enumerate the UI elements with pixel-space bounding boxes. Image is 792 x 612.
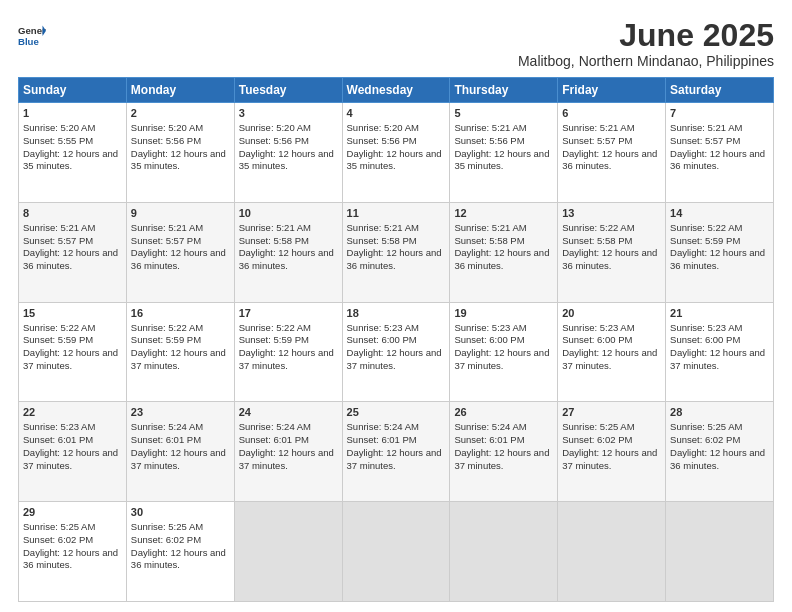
table-cell: 13Sunrise: 5:22 AMSunset: 5:58 PMDayligh…: [558, 202, 666, 302]
table-cell: 14Sunrise: 5:22 AMSunset: 5:59 PMDayligh…: [666, 202, 774, 302]
table-cell: [342, 502, 450, 602]
table-cell: 12Sunrise: 5:21 AMSunset: 5:58 PMDayligh…: [450, 202, 558, 302]
table-cell: 9Sunrise: 5:21 AMSunset: 5:57 PMDaylight…: [126, 202, 234, 302]
col-sunday: Sunday: [19, 78, 127, 103]
table-cell: 7Sunrise: 5:21 AMSunset: 5:57 PMDaylight…: [666, 103, 774, 203]
table-cell: 25Sunrise: 5:24 AMSunset: 6:01 PMDayligh…: [342, 402, 450, 502]
table-cell: 10Sunrise: 5:21 AMSunset: 5:58 PMDayligh…: [234, 202, 342, 302]
table-cell: 19Sunrise: 5:23 AMSunset: 6:00 PMDayligh…: [450, 302, 558, 402]
table-cell: 5Sunrise: 5:21 AMSunset: 5:56 PMDaylight…: [450, 103, 558, 203]
table-cell: 1Sunrise: 5:20 AMSunset: 5:55 PMDaylight…: [19, 103, 127, 203]
svg-text:General: General: [18, 25, 46, 36]
subtitle: Malitbog, Northern Mindanao, Philippines: [46, 53, 774, 69]
col-wednesday: Wednesday: [342, 78, 450, 103]
table-cell: 8Sunrise: 5:21 AMSunset: 5:57 PMDaylight…: [19, 202, 127, 302]
col-monday: Monday: [126, 78, 234, 103]
table-cell: 21Sunrise: 5:23 AMSunset: 6:00 PMDayligh…: [666, 302, 774, 402]
col-saturday: Saturday: [666, 78, 774, 103]
table-cell: 3Sunrise: 5:20 AMSunset: 5:56 PMDaylight…: [234, 103, 342, 203]
table-cell: [450, 502, 558, 602]
table-cell: [558, 502, 666, 602]
calendar-table: Sunday Monday Tuesday Wednesday Thursday…: [18, 77, 774, 602]
table-cell: 20Sunrise: 5:23 AMSunset: 6:00 PMDayligh…: [558, 302, 666, 402]
table-cell: [666, 502, 774, 602]
logo-icon: General Blue: [18, 22, 46, 50]
table-cell: 23Sunrise: 5:24 AMSunset: 6:01 PMDayligh…: [126, 402, 234, 502]
table-cell: 17Sunrise: 5:22 AMSunset: 5:59 PMDayligh…: [234, 302, 342, 402]
table-cell: 6Sunrise: 5:21 AMSunset: 5:57 PMDaylight…: [558, 103, 666, 203]
table-cell: 15Sunrise: 5:22 AMSunset: 5:59 PMDayligh…: [19, 302, 127, 402]
calendar-header-row: Sunday Monday Tuesday Wednesday Thursday…: [19, 78, 774, 103]
col-thursday: Thursday: [450, 78, 558, 103]
table-cell: 2Sunrise: 5:20 AMSunset: 5:56 PMDaylight…: [126, 103, 234, 203]
col-tuesday: Tuesday: [234, 78, 342, 103]
table-cell: 24Sunrise: 5:24 AMSunset: 6:01 PMDayligh…: [234, 402, 342, 502]
table-cell: 18Sunrise: 5:23 AMSunset: 6:00 PMDayligh…: [342, 302, 450, 402]
svg-text:Blue: Blue: [18, 36, 39, 47]
table-cell: 11Sunrise: 5:21 AMSunset: 5:58 PMDayligh…: [342, 202, 450, 302]
title-block: June 2025 Malitbog, Northern Mindanao, P…: [46, 18, 774, 69]
logo: General Blue: [18, 22, 46, 50]
table-cell: 4Sunrise: 5:20 AMSunset: 5:56 PMDaylight…: [342, 103, 450, 203]
col-friday: Friday: [558, 78, 666, 103]
main-title: June 2025: [46, 18, 774, 53]
table-cell: 16Sunrise: 5:22 AMSunset: 5:59 PMDayligh…: [126, 302, 234, 402]
table-cell: 26Sunrise: 5:24 AMSunset: 6:01 PMDayligh…: [450, 402, 558, 502]
table-cell: 22Sunrise: 5:23 AMSunset: 6:01 PMDayligh…: [19, 402, 127, 502]
table-cell: 29Sunrise: 5:25 AMSunset: 6:02 PMDayligh…: [19, 502, 127, 602]
table-cell: 30Sunrise: 5:25 AMSunset: 6:02 PMDayligh…: [126, 502, 234, 602]
header: General Blue June 2025 Malitbog, Norther…: [18, 18, 774, 69]
table-cell: [234, 502, 342, 602]
page: General Blue June 2025 Malitbog, Norther…: [0, 0, 792, 612]
table-cell: 28Sunrise: 5:25 AMSunset: 6:02 PMDayligh…: [666, 402, 774, 502]
table-cell: 27Sunrise: 5:25 AMSunset: 6:02 PMDayligh…: [558, 402, 666, 502]
